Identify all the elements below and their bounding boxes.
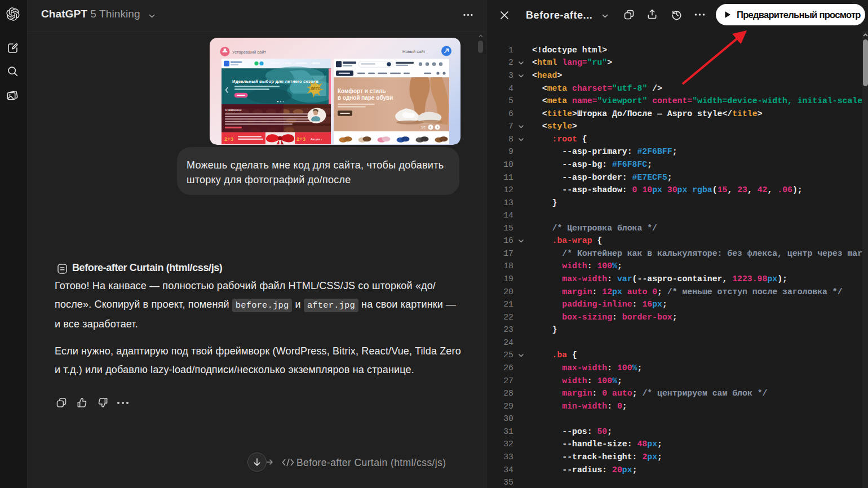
svg-text:ЛЕТО: ЛЕТО [311,87,321,91]
svg-text:Комфорт и стиль: Комфорт и стиль [338,88,386,94]
svg-text:2+3: 2+3 [224,136,233,142]
svg-text:1/5: 1/5 [421,126,426,129]
svg-text:2+3: 2+3 [296,136,305,142]
svg-text:Идеальный выбор для летнего се: Идеальный выбор для летнего сезона [232,79,319,84]
svg-text:Устаревший сайт: Устаревший сайт [232,50,266,55]
svg-text:Акция ›: Акция › [311,137,322,141]
svg-text:Новый сайт: Новый сайт [402,49,426,54]
svg-text:О магазине: О магазине [225,108,242,112]
svg-text:в одной паре обуви: в одной паре обуви [338,95,393,101]
